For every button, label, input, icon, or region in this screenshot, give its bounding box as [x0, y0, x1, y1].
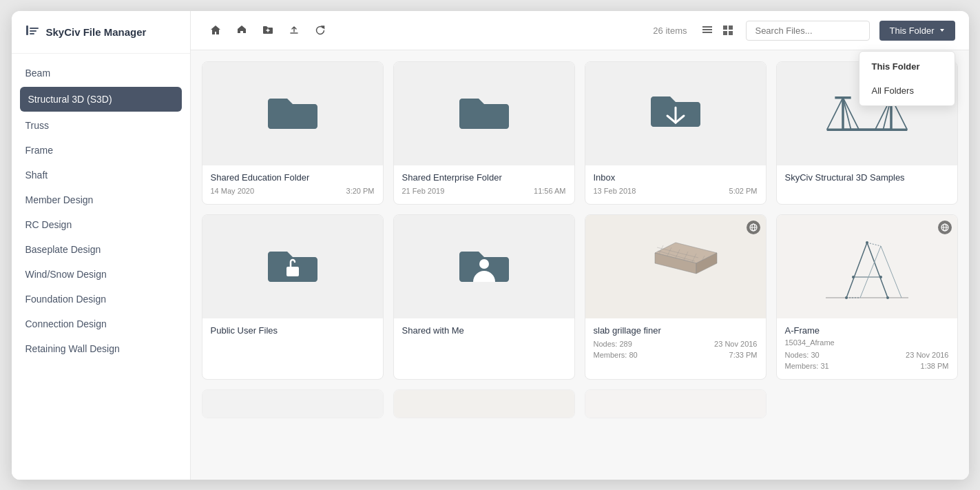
svg-point-27 [479, 259, 489, 269]
svg-point-51 [879, 276, 882, 278]
card-info: SkyCiv Structural 3D Samples [777, 165, 957, 192]
main-content: 26 items [191, 11, 969, 480]
sidebar-item-structural3d[interactable]: Structural 3D (S3D) [20, 87, 182, 112]
svg-rect-7 [702, 32, 712, 33]
svg-rect-2 [30, 30, 37, 32]
svg-line-43 [867, 243, 888, 298]
card-time: 3:20 PM [346, 185, 375, 197]
card-meta: Nodes: 30 Members: 31 23 Nov 2016 1:38 P… [785, 349, 949, 372]
svg-line-53 [867, 243, 881, 246]
file-card-slab-grillage[interactable]: slab grillage finer Nodes: 289 Members: … [585, 214, 767, 380]
scope-label: This Folder [889, 25, 934, 36]
card-info: Inbox 13 Feb 2018 5:02 PM [585, 165, 766, 204]
folder-icon [457, 92, 512, 136]
grid-view-btn[interactable] [718, 21, 738, 40]
card-members: Members: 31 [785, 360, 829, 372]
card-subtitle: 15034_Aframe [785, 338, 949, 347]
sort-view-btn[interactable] [698, 21, 717, 40]
sidebar-item-beam[interactable]: Beam [12, 61, 190, 85]
card-preview [394, 215, 574, 318]
card-info: A-Frame 15034_Aframe Nodes: 30 Members: … [777, 318, 957, 379]
slab-preview [607, 225, 744, 308]
aframe-preview [798, 222, 936, 312]
file-card-a-frame[interactable]: A-Frame 15034_Aframe Nodes: 30 Members: … [776, 214, 958, 380]
sidebar-item-rc-design[interactable]: RC Design [12, 212, 190, 237]
svg-rect-6 [702, 29, 712, 30]
card-preview [394, 62, 574, 165]
sidebar-nav: BeamStructural 3D (S3D)TrussFrameShaftMe… [12, 54, 190, 480]
svg-rect-10 [723, 31, 727, 35]
new-folder-icon[interactable] [257, 19, 279, 41]
chevron-down-icon [939, 27, 946, 34]
home-icon[interactable] [205, 19, 227, 41]
person-folder-icon [457, 245, 512, 289]
svg-rect-8 [723, 25, 727, 30]
svg-rect-9 [729, 25, 733, 30]
card-preview [202, 215, 383, 318]
sidebar: SkyCiv File Manager BeamStructural 3D (S… [12, 11, 191, 480]
app-icon [25, 23, 39, 41]
up-folder-icon[interactable] [231, 19, 253, 41]
card-preview [202, 390, 383, 418]
globe-badge [747, 221, 760, 234]
card-preview [202, 62, 383, 165]
file-card-public-user-files[interactable]: Public User Files [202, 214, 384, 380]
dropdown-item-this-folder[interactable]: This Folder [859, 54, 955, 79]
search-input[interactable] [746, 21, 870, 41]
svg-rect-1 [30, 28, 39, 29]
file-card-shared-education[interactable]: Shared Education Folder 14 May 2020 3:20… [202, 61, 384, 205]
card-info: Public User Files [202, 318, 383, 345]
refresh-icon[interactable] [309, 19, 331, 41]
card-preview [585, 62, 766, 165]
file-grid: Shared Education Folder 14 May 2020 3:20… [191, 50, 969, 480]
scope-dropdown-btn[interactable]: This Folder [879, 21, 955, 41]
sidebar-item-shaft[interactable]: Shaft [12, 163, 190, 187]
sidebar-item-baseplate-design[interactable]: Baseplate Design [12, 237, 190, 262]
card-nodes-members: Nodes: 30 Members: 31 [785, 349, 829, 372]
file-card-partial-1[interactable] [202, 389, 384, 418]
svg-line-46 [881, 246, 901, 298]
card-preview [585, 390, 766, 418]
card-members: Members: 80 [594, 349, 638, 361]
svg-rect-26 [286, 267, 299, 276]
sidebar-item-member-design[interactable]: Member Design [12, 187, 190, 212]
scope-dropdown-menu: This Folder All Folders [859, 51, 955, 106]
card-meta: 21 Feb 2019 11:56 AM [402, 185, 566, 197]
card-time: 1:38 PM [906, 360, 948, 372]
file-card-partial-3[interactable] [585, 389, 767, 418]
card-info: Shared Education Folder 14 May 2020 3:20… [202, 165, 383, 204]
file-card-inbox[interactable]: Inbox 13 Feb 2018 5:02 PM [585, 61, 767, 205]
file-card-partial-2[interactable] [393, 389, 575, 418]
card-time: 7:33 PM [714, 349, 757, 361]
sidebar-item-wind-snow-design[interactable]: Wind/Snow Design [12, 262, 190, 287]
card-title: Shared Enterprise Folder [402, 172, 566, 183]
card-datetime: 23 Nov 2016 7:33 PM [714, 338, 757, 361]
sidebar-header: SkyCiv File Manager [12, 11, 190, 54]
svg-line-42 [846, 243, 867, 298]
card-date: 14 May 2020 [211, 185, 255, 197]
card-date: 21 Feb 2019 [402, 185, 445, 197]
card-datetime: 23 Nov 2016 1:38 PM [906, 349, 948, 372]
inbox-folder-icon [648, 90, 703, 138]
file-card-shared-with-me[interactable]: Shared with Me [393, 214, 575, 380]
card-date: 13 Feb 2018 [594, 185, 636, 197]
svg-point-48 [886, 296, 889, 299]
sidebar-item-frame[interactable]: Frame [12, 138, 190, 163]
card-date: 23 Nov 2016 [906, 349, 948, 361]
sidebar-item-foundation-design[interactable]: Foundation Design [12, 287, 190, 312]
upload-icon[interactable] [283, 19, 305, 41]
card-info: Shared Enterprise Folder 21 Feb 2019 11:… [394, 165, 574, 204]
card-preview [777, 215, 957, 318]
items-count: 26 items [653, 25, 687, 36]
card-preview [585, 215, 766, 318]
sidebar-item-connection-design[interactable]: Connection Design [12, 312, 190, 336]
sidebar-item-truss[interactable]: Truss [12, 113, 190, 138]
dropdown-item-all-folders[interactable]: All Folders [859, 79, 955, 103]
sidebar-item-retaining-wall-design[interactable]: Retaining Wall Design [12, 336, 190, 361]
card-title: slab grillage finer [594, 325, 758, 336]
card-title: A-Frame [785, 325, 949, 336]
card-nodes: Nodes: 289 [594, 338, 638, 350]
unlocked-folder-icon [265, 245, 320, 289]
svg-line-19 [843, 98, 859, 130]
file-card-shared-enterprise[interactable]: Shared Enterprise Folder 21 Feb 2019 11:… [393, 61, 575, 205]
